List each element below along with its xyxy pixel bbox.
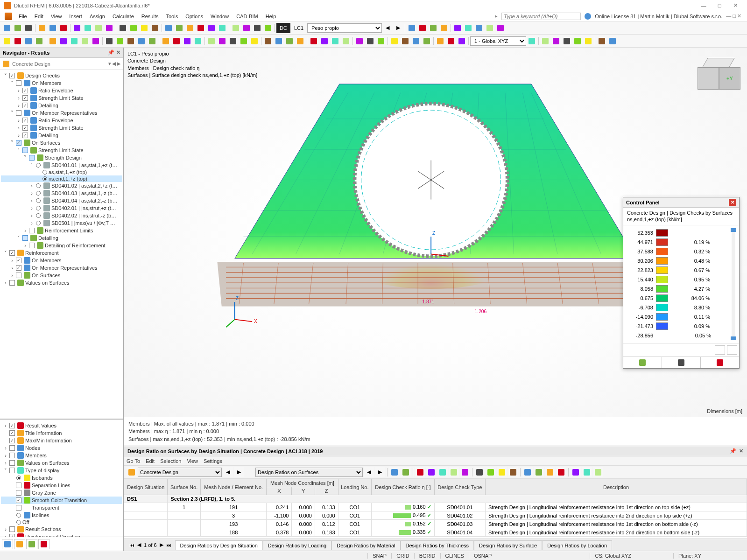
tree-node[interactable]: ›Nodes [1, 444, 122, 452]
tb2-btn[interactable] [217, 36, 227, 46]
tb2-btn[interactable] [446, 36, 456, 46]
lc-next-button[interactable]: ▶ [393, 23, 403, 33]
tb1-btn[interactable] [2, 23, 12, 33]
menu-options[interactable]: Options [182, 13, 207, 20]
tb2-btn[interactable] [104, 36, 114, 46]
status-snap[interactable]: SNAP [367, 553, 391, 559]
tb1-btn[interactable] [37, 23, 47, 33]
tb2-btn[interactable] [228, 36, 238, 46]
tree-node[interactable]: ˅Design Checks [1, 72, 122, 79]
close-button[interactable]: ✕ [727, 0, 743, 11]
tb1-btn[interactable] [463, 23, 473, 33]
menu-window[interactable]: Window [207, 13, 233, 20]
rp-next2[interactable]: ▶ [375, 467, 385, 477]
tb2-btn[interactable] [330, 36, 340, 46]
tb1-btn[interactable] [128, 23, 139, 33]
tb2-btn[interactable] [527, 36, 537, 46]
rp-prev[interactable]: ◀ [223, 467, 233, 477]
tb2-btn[interactable] [193, 36, 203, 46]
tree-node[interactable]: ›SD0401.02 | as,stat,2,+z (t… [1, 182, 122, 189]
rp-btn[interactable] [497, 467, 507, 477]
page-first[interactable]: ⏮ [128, 542, 135, 548]
tree-node[interactable]: ›SD0402.01 | |ns,strut,+z (t… [1, 204, 122, 212]
tb2-btn[interactable] [540, 36, 550, 46]
tb2-btn[interactable] [572, 36, 583, 46]
tb1-btn[interactable] [93, 23, 104, 33]
results-tab-5[interactable]: Design Ratios by Location [542, 540, 612, 550]
tb2-btn[interactable] [48, 36, 58, 46]
tb1-btn[interactable] [252, 23, 262, 33]
rp-btn[interactable] [389, 467, 400, 477]
tb2-btn[interactable] [341, 36, 351, 46]
tree-node[interactable]: ›On Members [1, 257, 122, 264]
results-pin-icon[interactable]: 📌 [730, 448, 736, 454]
tb1-btn[interactable] [58, 23, 69, 33]
tb2-btn[interactable] [115, 36, 125, 46]
tb1-btn[interactable] [139, 23, 149, 33]
results-tab-4[interactable]: Design Ratios by Surface [474, 540, 542, 550]
menu-tools[interactable]: Tools [162, 13, 182, 20]
rp-menu-selection[interactable]: Selection [160, 458, 181, 464]
control-panel-close-button[interactable]: ✕ [729, 199, 736, 206]
navigator-tree[interactable]: ˅Design Checks˅On Members›Ratio Envelope… [0, 70, 123, 419]
tb2-btn[interactable] [435, 36, 445, 46]
menu-insert[interactable]: Insert [65, 13, 86, 20]
lc-badge[interactable]: DC [276, 23, 290, 33]
tb2-btn[interactable] [182, 36, 192, 46]
tb1-btn[interactable] [23, 23, 34, 33]
tree-node[interactable]: ›Values on Surfaces [1, 459, 122, 467]
tb2-btn[interactable] [147, 36, 157, 46]
close-icon[interactable]: ✕ [116, 49, 120, 56]
rp-dd1[interactable]: Concrete Design [138, 468, 222, 477]
rp-btn[interactable] [486, 467, 496, 477]
tree-node[interactable]: ›Values on Surfaces [1, 279, 122, 287]
tb1-btn[interactable] [185, 23, 195, 33]
tb1-btn[interactable] [72, 23, 82, 33]
menu-cadbim[interactable]: CAD-BIM [233, 13, 261, 20]
lc-name-select[interactable]: Peso propio [307, 23, 382, 33]
tree-node[interactable]: ›Ratio Envelope [1, 117, 122, 124]
rp-menu-goto[interactable]: Go To [127, 458, 140, 464]
tree-node[interactable]: Off [1, 519, 122, 525]
tb1-btn[interactable] [83, 23, 93, 33]
tb2-btn[interactable] [389, 36, 400, 46]
tree-node[interactable]: ›SD0401.04 | as,stat,2,-z (b… [1, 197, 122, 204]
tree-node[interactable]: ˅Strength Limit State [1, 147, 122, 154]
tb2-btn[interactable] [562, 36, 572, 46]
tree-node[interactable]: ›SD0501 | |max(vu / |Φv,T … [1, 219, 122, 227]
tb1-btn[interactable] [407, 23, 417, 33]
tb2-btn[interactable] [263, 36, 273, 46]
tb1-btn[interactable] [241, 23, 252, 33]
rp-dd2[interactable]: Design Ratios on Surfaces [255, 468, 363, 477]
tree-node[interactable]: ›SD0401.03 | as,stat,1,-z (b… [1, 189, 122, 197]
tb1-btn[interactable] [474, 23, 484, 33]
tree-node[interactable]: ˅On Members [1, 79, 122, 87]
nav-cube[interactable]: +Y [696, 57, 738, 99]
tb1-btn[interactable] [231, 23, 241, 33]
tb2-btn[interactable] [422, 36, 432, 46]
rp-tb-icon[interactable] [127, 467, 137, 477]
tb2-btn[interactable] [309, 36, 319, 46]
viewport-canvas[interactable]: LC1 - Peso propio Concrete Design Member… [124, 48, 747, 417]
cp-tab-2[interactable] [662, 357, 701, 368]
rp-btn[interactable] [460, 467, 470, 477]
tb1-btn[interactable] [196, 23, 206, 33]
tb1-btn[interactable] [174, 23, 184, 33]
status-osnap[interactable]: OSNAP [469, 553, 497, 559]
nav-tab-3[interactable] [26, 539, 37, 549]
tree-node[interactable]: ›Result Sections [1, 525, 122, 533]
tree-node[interactable]: ˅SD0401.01 | as,stat,1,+z (t… [1, 161, 122, 169]
tb1-btn[interactable] [48, 23, 58, 33]
results-tab-1[interactable]: Design Ratios by Loading [263, 540, 331, 550]
tb2-btn[interactable] [171, 36, 182, 46]
tb2-btn[interactable] [411, 36, 421, 46]
tree-node[interactable]: ˅Detailing [1, 234, 122, 242]
menu-edit[interactable]: Edit [31, 13, 47, 20]
menu-assign[interactable]: Assign [86, 13, 109, 20]
tb2-btn[interactable] [136, 36, 147, 46]
tree-node[interactable]: as,stat,1,+z (top) [1, 169, 122, 175]
tb2-btn[interactable] [69, 36, 79, 46]
tree-node[interactable]: ˅Strength Design [1, 154, 122, 161]
tb2-btn[interactable] [91, 36, 101, 46]
rp-menu-settings[interactable]: Settings [204, 458, 222, 464]
